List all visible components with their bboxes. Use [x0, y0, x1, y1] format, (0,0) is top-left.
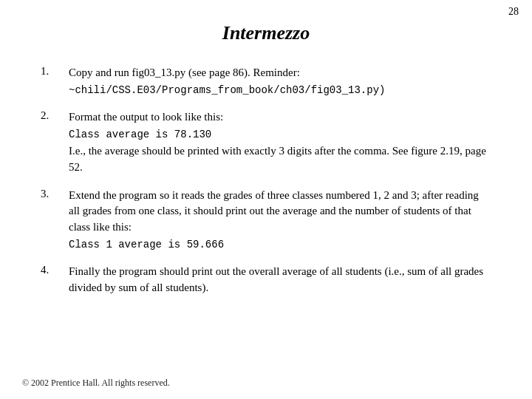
list-item: 3. Extend the program so it reads the gr…	[41, 188, 491, 254]
item3-mono: Class 1 average is 59.666	[69, 237, 491, 252]
list-content-1: Copy and run fig03_13.py (see page 86). …	[69, 65, 491, 99]
list-content-2: Format the output to look like this: Cla…	[69, 109, 491, 177]
list-number-1: 1.	[41, 65, 69, 78]
copyright-text: © 2002 Prentice Hall. All rights reserve…	[22, 378, 170, 388]
item2-line1: Format the output to look like this:	[69, 109, 491, 126]
list-item: 1. Copy and run fig03_13.py (see page 86…	[41, 65, 491, 99]
list-content-3: Extend the program so it reads the grade…	[69, 188, 491, 254]
list-content-4: Finally the program should print out the…	[69, 264, 491, 298]
list-number-3: 3.	[41, 188, 69, 200]
footer: © 2002 Prentice Hall. All rights reserve…	[22, 378, 170, 389]
item3-line1: Extend the program so it reads the grade…	[69, 188, 491, 236]
item1-mono: ~chili/CSS.E03/Programs_from_book/ch03/f…	[69, 83, 491, 98]
page-number: 28	[508, 6, 519, 18]
main-list: 1. Copy and run fig03_13.py (see page 86…	[41, 65, 491, 298]
item2-line2: I.e., the average should be printed with…	[69, 143, 491, 176]
item1-line1: Copy and run fig03_13.py (see page 86). …	[69, 65, 491, 81]
item4-line1: Finally the program should print out the…	[69, 264, 491, 296]
list-item: 2. Format the output to look like this: …	[41, 109, 491, 177]
page-title: Intermezzo	[41, 22, 491, 44]
list-number-4: 4.	[41, 264, 69, 276]
list-item: 4. Finally the program should print out …	[41, 264, 491, 298]
item2-mono: Class average is 78.130	[69, 127, 491, 142]
list-number-2: 2.	[41, 109, 69, 122]
